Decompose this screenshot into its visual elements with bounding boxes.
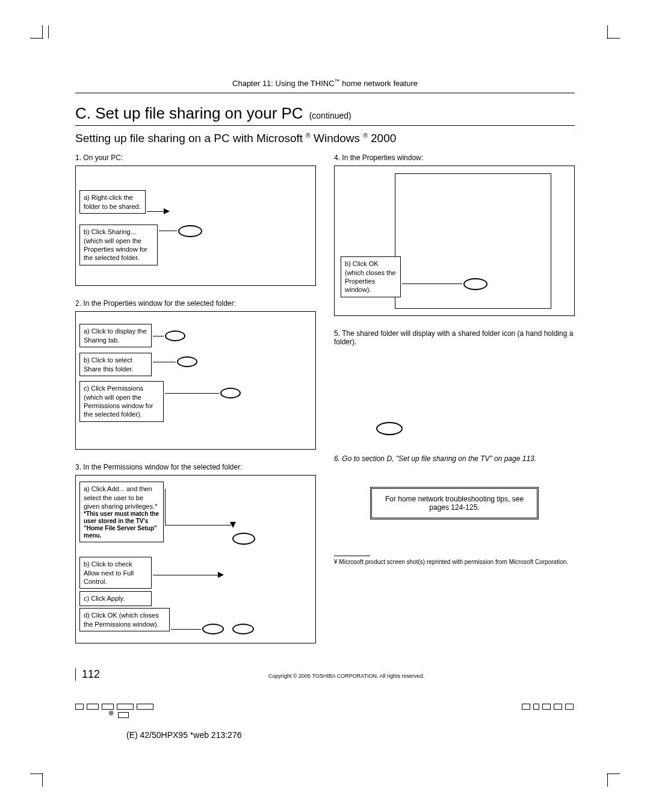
callout-3c: c) Click Apply. — [79, 591, 152, 606]
trademark-symbol: ™ — [335, 78, 340, 84]
balloon-icon — [232, 533, 255, 545]
figure-2: a) Click to display the Sharing tab. b) … — [75, 311, 316, 450]
crop-mark — [30, 38, 43, 39]
copyright-text: Copyright © 2005 TOSHIBA CORPORATION. Al… — [268, 673, 424, 679]
bottom-status-label: (E) 42/50HPX95 *web 213:276 — [126, 730, 241, 740]
balloon-icon — [220, 388, 241, 398]
arrow-icon — [218, 572, 224, 578]
connector-line — [153, 575, 219, 575]
crop-mark — [607, 773, 608, 787]
step-2-label: 2. In the Properties window for the sele… — [75, 299, 316, 308]
subhead-mid: Windows — [311, 132, 364, 144]
arrow-icon — [164, 208, 170, 214]
subhead-tail: 2000 — [368, 132, 397, 144]
balloon-icon — [165, 330, 185, 341]
connector-line — [165, 393, 219, 394]
callout-1a: a) Right-click the folder to be shared. — [79, 190, 146, 214]
overflow-icon — [118, 712, 129, 718]
step-6-label: 6. Go to section D, "Set up file sharing… — [334, 454, 575, 463]
section-heading: C. Set up file sharing on your PC (conti… — [75, 104, 575, 123]
crop-mark — [30, 773, 43, 774]
balloon-icon — [202, 624, 224, 634]
callout-4b: b) Click OK (which closes the Properties… — [341, 256, 401, 297]
right-column: 4. In the Properties window: b) Click OK… — [334, 153, 575, 643]
crop-mark — [48, 25, 49, 39]
footnote-rule — [334, 556, 370, 556]
balloon-icon — [177, 356, 197, 367]
step-3-label: 3. In the Permissions window for the sel… — [75, 463, 316, 471]
callout-1b: b) Click Sharing... (which will open the… — [79, 225, 158, 265]
page-footer: 112 Copyright © 2005 TOSHIBA CORPORATION… — [75, 668, 575, 681]
crop-mark — [607, 773, 620, 774]
crop-mark — [42, 773, 43, 787]
callout-3a-box: a) Click Add... and then select the user… — [79, 482, 164, 542]
figure-4: b) Click OK (which closes the Properties… — [334, 166, 575, 316]
connector-line — [165, 525, 231, 525]
overflow-glyph: ⊗ — [108, 709, 114, 717]
callout-2b: b) Click to select Share this folder. — [79, 353, 152, 376]
callout-3a-note: *This user must match the user stored in… — [84, 510, 159, 539]
page-number: 112 — [75, 668, 100, 681]
callout-2c: c) Click Permissions (which will open th… — [79, 381, 164, 421]
balloon-icon — [232, 624, 254, 634]
figure-5 — [334, 350, 575, 446]
step-5-label: 5. The shared folder will display with a… — [334, 329, 575, 346]
footnote-text: Microsoft product screen shot(s) reprint… — [339, 559, 568, 565]
chapter-header: Chapter 11: Using the THINC™ home networ… — [75, 78, 575, 88]
connector-line — [147, 211, 165, 212]
balloon-icon — [376, 422, 403, 435]
connector-line — [171, 629, 201, 630]
crop-mark — [42, 25, 43, 39]
figure-1: a) Right-click the folder to be shared. … — [75, 166, 316, 286]
crop-mark — [607, 38, 620, 39]
chapter-prefix: Chapter 11: Using the THINC — [232, 79, 335, 88]
subheading: Setting up file sharing on a PC with Mic… — [75, 132, 575, 145]
troubleshooting-tip-box: For home network troubleshooting tips, s… — [370, 487, 539, 519]
ms-footnote: ¥ Microsoft product screen shot(s) repri… — [334, 559, 575, 566]
figure-3: a) Click Add... and then select the user… — [75, 475, 316, 643]
connector-line — [402, 284, 462, 284]
connector-line — [153, 362, 176, 362]
subhead-pre: Setting up file sharing on a PC with Mic… — [75, 132, 306, 144]
callout-3a: a) Click Add... and then select the user… — [84, 485, 159, 510]
slug-line — [75, 704, 575, 711]
connector-line — [165, 489, 166, 525]
divider — [75, 93, 575, 93]
connector-line — [159, 231, 177, 231]
callout-3d: d) Click OK (which closes the Permission… — [79, 608, 170, 631]
registered-symbol: ® — [363, 132, 367, 139]
step-1-label: 1. On your PC: — [75, 153, 316, 162]
callout-3b: b) Click to check Allow next to Full Con… — [79, 557, 152, 589]
connector-line — [153, 336, 164, 336]
slug-boxes-left — [75, 704, 155, 711]
step-4-label: 4. In the Properties window: — [334, 153, 575, 162]
slug-boxes-right — [522, 704, 575, 711]
callout-2a: a) Click to display the Sharing tab. — [79, 324, 152, 347]
arrow-icon — [230, 522, 236, 528]
registered-symbol: ® — [306, 132, 310, 139]
heading-title: C. Set up file sharing on your PC — [75, 104, 303, 123]
balloon-icon — [178, 225, 202, 237]
chapter-suffix: home network feature — [340, 79, 418, 88]
heading-continued: (continued) — [309, 111, 351, 120]
footnote-bullet: ¥ — [334, 559, 338, 565]
divider — [75, 125, 575, 126]
crop-mark — [607, 25, 608, 39]
left-column: 1. On your PC: a) Right-click the folder… — [75, 153, 316, 643]
